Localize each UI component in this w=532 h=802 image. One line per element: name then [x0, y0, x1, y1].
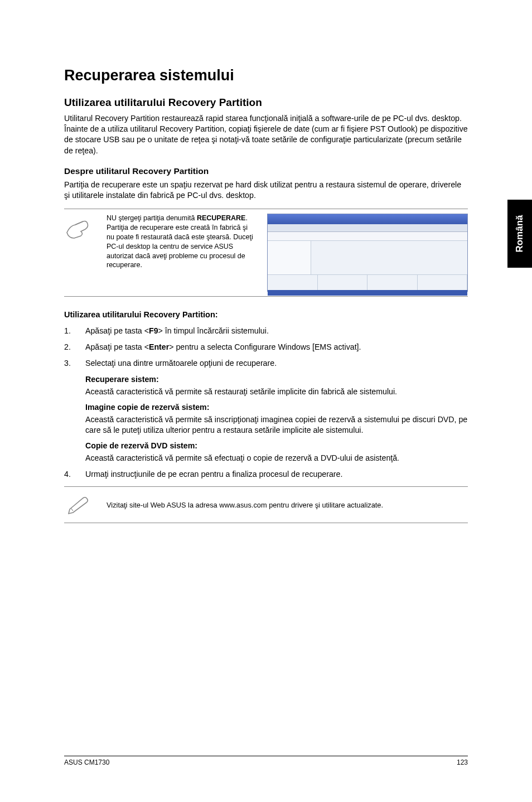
option-label: Copie de rezervă DVD sistem:	[85, 441, 468, 450]
note-block-2: Vizitaţi site-ul Web ASUS la adresa www.…	[64, 486, 468, 523]
note-block: NU ştergeţi partiţia denumită RECUPERARE…	[64, 209, 468, 297]
option-desc: Această caracteristică vă permite să efe…	[85, 453, 468, 463]
intro-paragraph: Utilitarul Recovery Partition restaureaz…	[64, 113, 468, 156]
footer-right: 123	[457, 758, 468, 766]
page-footer: ASUS CM1730 123	[64, 756, 468, 766]
language-tab: Română	[507, 200, 532, 268]
option-desc: Această caracteristică vă permite să res…	[85, 386, 468, 397]
sub-heading: Despre utilitarul Recovery Partition	[64, 166, 468, 176]
option-desc: Această caracteristică vă permite să ins…	[85, 414, 468, 436]
page-title: Recuperarea sistemului	[64, 67, 468, 84]
list-item: 3. Selectaţi una dintre următoarele opţi…	[64, 358, 468, 369]
steps-list: 1. Apăsaţi pe tasta <F9> în timpul încăr…	[64, 326, 468, 369]
steps-list-cont: 4. Urmaţi instrucţiunile de pe ecran pen…	[64, 469, 468, 480]
footer-left: ASUS CM1730	[64, 758, 109, 766]
list-item: 1. Apăsaţi pe tasta <F9> în timpul încăr…	[64, 326, 468, 336]
option-block: Recuperare sistem: Această caracteristic…	[64, 375, 468, 464]
option-label: Recuperare sistem:	[85, 375, 468, 384]
note2-text: Vizitaţi site-ul Web ASUS la adresa www.…	[107, 500, 383, 510]
list-item: 2. Apăsaţi pe tasta <Enter> pentru a sel…	[64, 342, 468, 352]
list-item: 4. Urmaţi instrucţiunile de pe ecran pen…	[64, 469, 468, 480]
hand-pointer-icon	[64, 214, 96, 243]
option-label: Imagine copie de rezervă sistem:	[85, 403, 468, 412]
pencil-icon	[64, 492, 96, 517]
note-text: NU ştergeţi partiţia denumită RECUPERARE…	[107, 214, 257, 270]
section-heading: Utilizarea utilitarului Recovery Partiti…	[64, 96, 468, 109]
disk-management-screenshot	[267, 214, 468, 292]
usage-heading: Utilizarea utilitarului Recovery Partiti…	[64, 310, 468, 319]
sub-paragraph: Partiţia de recuperare este un spaţiu re…	[64, 180, 468, 201]
